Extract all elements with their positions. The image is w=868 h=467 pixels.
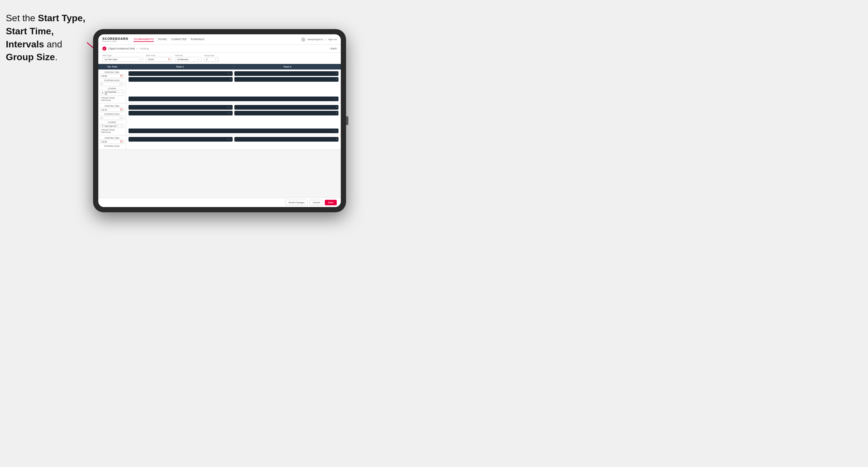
- hole-chevron-icon-1: ▲▼: [119, 84, 123, 85]
- remove-group-btn-2[interactable]: ○ Remove Group: [100, 129, 124, 131]
- starting-time-input-3[interactable]: 10:20 ⏰: [100, 139, 124, 144]
- hole-chevron-icon-2: ▲▼: [119, 117, 123, 119]
- slot-x-icon[interactable]: ✕: [336, 78, 337, 81]
- tablet-screen: SCOREBOARD Powered by clippd TOURNAMENTS…: [98, 34, 341, 207]
- start-type-select[interactable]: 1st Tee Start ▼: [102, 57, 143, 62]
- team-columns-3: ✕ ○ ✕: [128, 137, 339, 148]
- player-slot: ✕: [235, 111, 339, 116]
- breadcrumb-tournament[interactable]: Clippd Invitational (Me): [108, 47, 135, 50]
- starting-hole-label-1: STARTING HOLE:: [100, 80, 124, 82]
- logo-sub: Powered by clippd: [102, 40, 128, 42]
- slot-x-icon[interactable]: ✕: [336, 106, 337, 108]
- starting-hole-input-2[interactable]: 1 ▲▼: [100, 116, 124, 120]
- nav-tournaments[interactable]: TOURNAMENTS: [133, 37, 154, 42]
- sign-out-link[interactable]: Sign out: [328, 38, 337, 41]
- starting-hole-label-3: STARTING HOLE:: [100, 145, 124, 147]
- slot-o-icon[interactable]: ○: [336, 130, 337, 132]
- starting-hole-input-1[interactable]: 1 ▲▼: [100, 82, 124, 86]
- instruction-line3-bold: Intervals: [6, 39, 44, 50]
- team2-col-2: ✕ ✕: [235, 105, 339, 127]
- slot-x-icon[interactable]: ✕: [336, 72, 337, 75]
- course-remove-icon-2[interactable]: ✕: [117, 125, 119, 127]
- player-slot: ✕: [235, 77, 339, 82]
- slot-x-icon[interactable]: ✕: [228, 106, 229, 108]
- clock-icon-3: ⏰: [120, 141, 123, 143]
- th-team2: Team 2: [234, 64, 341, 69]
- slot-x-icon[interactable]: ✕: [228, 72, 229, 75]
- instruction-line1-normal: Set the: [6, 13, 38, 23]
- course-tag-1: 🏌 (A) Peachtree GC ✕ ▼: [100, 90, 124, 96]
- team-columns-1: ✕ ○ ✕ ✕ ✕: [128, 71, 339, 95]
- course-label-1: COURSE:: [100, 88, 124, 90]
- controls-bar: Start Type 1st Tee Start ▼ Start Time 10…: [98, 53, 341, 64]
- group-size-label: Group Size: [204, 54, 219, 56]
- nav-rankings[interactable]: RANKINGS: [191, 37, 205, 42]
- course-name-2: East Lake GC: [105, 125, 116, 127]
- starting-hole-label-2: STARTING HOLE:: [100, 113, 124, 115]
- course-chevron-icon-1: ▼: [121, 92, 123, 94]
- group-size-select[interactable]: 3 ▼: [204, 57, 219, 62]
- player-slot: ✕: [235, 105, 339, 110]
- back-button[interactable]: ‹ Back: [329, 47, 337, 50]
- team1-col-3: ✕ ○: [128, 137, 232, 148]
- th-team1: Team 1: [126, 64, 234, 69]
- player-slot: ✕ ○: [128, 111, 232, 116]
- nav-right: blair@clippd.io | Sign out: [301, 37, 337, 41]
- reset-changes-button[interactable]: Reset Changes: [285, 200, 308, 205]
- group-size-group: Group Size 3 ▼: [204, 54, 219, 62]
- start-time-select[interactable]: 10:00 ⏰: [146, 57, 172, 62]
- player-slot-extra-2: ✕ ○: [128, 128, 339, 133]
- slot-x-icon[interactable]: ✕: [334, 98, 335, 100]
- course-name-1: (A) Peachtree GC: [105, 91, 117, 95]
- slot-o-icon[interactable]: ○: [336, 98, 337, 100]
- starting-time-input-2[interactable]: 10:10 ⏰: [100, 107, 124, 112]
- group-size-chevron-icon: ▼: [215, 59, 217, 61]
- teams-area-1: ✕ ○ ✕ ✕ ✕: [126, 69, 341, 103]
- intervals-group: Intervals 10 Minutes ▼: [175, 54, 201, 62]
- player-slot: ✕ ○: [128, 71, 232, 76]
- intervals-chevron-icon: ▼: [197, 59, 199, 61]
- cancel-button[interactable]: Cancel: [309, 200, 323, 205]
- footer-bar: Reset Changes Cancel Save: [98, 198, 341, 207]
- slot-x-icon[interactable]: ✕: [228, 138, 229, 141]
- slot-x-icon[interactable]: ✕: [336, 112, 337, 114]
- slot-o-icon[interactable]: ○: [230, 106, 231, 108]
- nav-committee[interactable]: COMMITTEE: [171, 37, 187, 42]
- intervals-select[interactable]: 10 Minutes ▼: [175, 57, 201, 62]
- tee-cell-1: STARTING TIME: 10:00 ⏰ STARTING HOLE: 1 …: [98, 69, 126, 103]
- slot-o-icon[interactable]: ○: [230, 138, 231, 141]
- start-type-group: Start Type 1st Tee Start ▼: [102, 54, 143, 62]
- intervals-label: Intervals: [175, 54, 201, 56]
- add-group-btn-2[interactable]: + Add Group: [100, 131, 124, 133]
- course-icon-1: 🏌: [101, 92, 104, 94]
- player-slot: ✕ ○: [128, 105, 232, 110]
- teams-area-3: ✕ ○ ✕: [126, 135, 341, 150]
- slot-x-icon[interactable]: ✕: [334, 130, 335, 132]
- slot-o-icon[interactable]: ○: [230, 112, 231, 114]
- sub-header: C Clippd Invitational (Me) > Hosting ‹ B…: [98, 45, 341, 53]
- slot-x-icon[interactable]: ✕: [228, 112, 229, 114]
- user-email: blair@clippd.io: [308, 38, 323, 41]
- instruction-line4-bold: Group Size: [6, 52, 55, 62]
- slot-o-icon[interactable]: ○: [230, 73, 231, 75]
- starting-time-value-2: 10:10: [101, 108, 107, 111]
- player-slot: ✕: [128, 77, 232, 82]
- slot-x-icon[interactable]: ✕: [230, 78, 231, 81]
- tee-actions-1: ○ Remove Group + Add Group: [100, 97, 124, 101]
- starting-time-label-1: STARTING TIME:: [100, 71, 124, 73]
- nav-teams[interactable]: TEAMS: [158, 37, 167, 42]
- remove-group-btn-1[interactable]: ○ Remove Group: [100, 97, 124, 99]
- breadcrumb: C Clippd Invitational (Me) > Hosting: [102, 46, 149, 51]
- sidebar-tab[interactable]: [346, 116, 348, 125]
- starting-time-input-1[interactable]: 10:00 ⏰: [100, 74, 124, 78]
- save-button[interactable]: Save: [325, 200, 337, 205]
- player-slot-extra-1: ✕ ○: [128, 97, 339, 101]
- team2-col-1: ✕ ✕: [235, 71, 339, 95]
- player-slot: ✕: [235, 137, 339, 142]
- tablet-frame: SCOREBOARD Powered by clippd TOURNAMENTS…: [93, 29, 346, 212]
- course-remove-icon-1[interactable]: ✕: [118, 92, 119, 94]
- group-size-value: 3: [206, 58, 207, 61]
- tee-cell-3: STARTING TIME: 10:20 ⏰ STARTING HOLE:: [98, 135, 126, 150]
- slot-x-icon[interactable]: ✕: [336, 138, 337, 141]
- add-group-btn-1[interactable]: + Add Group: [100, 99, 124, 101]
